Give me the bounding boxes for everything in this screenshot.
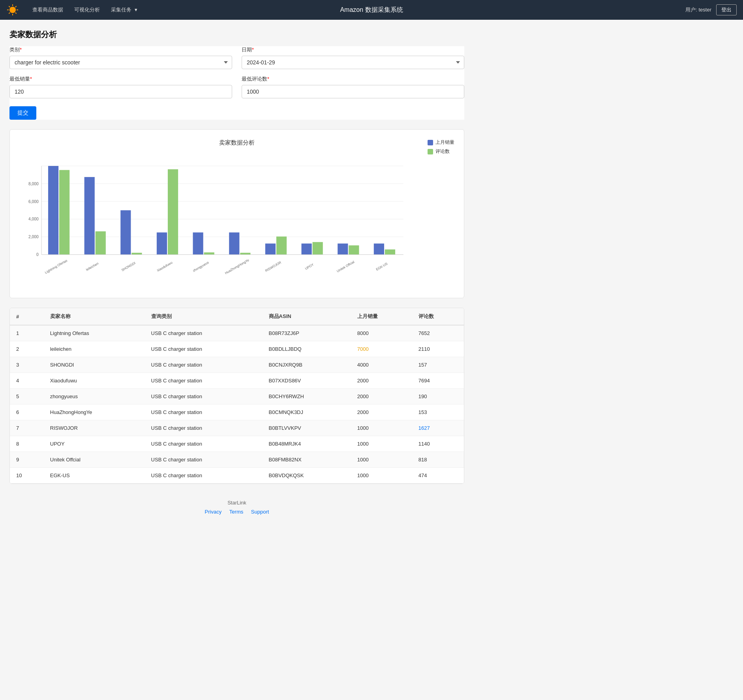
col-rank: # [10, 308, 44, 325]
table-row: 10 EGK-US USB C charger station B0BVDQKQ… [10, 468, 464, 484]
cell-rank: 5 [10, 389, 44, 405]
chart-section: 卖家数据分析 上月销量 评论数 0 2,0 [9, 129, 464, 298]
nav-collect-task[interactable]: 采集任务 ▾ [107, 4, 141, 16]
svg-text:6,000: 6,000 [28, 199, 39, 204]
cell-reviews: 157 [412, 357, 464, 373]
svg-text:EGK-US: EGK-US [375, 262, 388, 271]
category-select[interactable]: charger for electric scooter [9, 56, 232, 69]
cell-seller: EGK-US [44, 468, 145, 484]
logout-button[interactable]: 登出 [716, 4, 737, 15]
cell-reviews: 190 [412, 389, 464, 405]
cell-seller: UPOY [44, 436, 145, 452]
date-group: 日期* 2024-01-29 [242, 46, 464, 69]
bar-4-reviews [204, 252, 214, 255]
bar-2-reviews [131, 253, 142, 255]
nav-view-data[interactable]: 查看商品数据 [28, 4, 67, 16]
cell-rank: 10 [10, 468, 44, 484]
svg-text:zhongyueus: zhongyueus [192, 260, 209, 273]
cell-reviews: 7652 [412, 325, 464, 341]
footer-support-link[interactable]: Support [251, 509, 269, 515]
filter-form: 类别* charger for electric scooter 日期* 202… [9, 46, 464, 120]
cell-category: USB C charger station [145, 420, 263, 436]
data-table: # 卖家名称 查询类别 商品ASIN 上月销量 评论数 1 Lightning … [9, 308, 464, 484]
cell-rank: 1 [10, 325, 44, 341]
cell-reviews: 2110 [412, 341, 464, 357]
cell-sales: 2000 [351, 389, 412, 405]
svg-line-6 [15, 13, 17, 14]
col-asin: 商品ASIN [263, 308, 351, 325]
legend-sales-color [428, 140, 433, 145]
cell-seller: zhongyueus [44, 389, 145, 405]
cell-sales: 1000 [351, 452, 412, 468]
cell-rank: 2 [10, 341, 44, 357]
bar-2-sales [120, 210, 131, 254]
table-row: 5 zhongyueus USB C charger station B0CHY… [10, 389, 464, 405]
legend-reviews: 评论数 [428, 148, 454, 155]
footer-links: Privacy Terms Support [9, 509, 464, 515]
cell-reviews: 474 [412, 468, 464, 484]
bar-1-sales [84, 177, 95, 254]
min-sales-input[interactable] [9, 85, 232, 98]
svg-text:RISWOJOR: RISWOJOR [265, 260, 282, 273]
cell-seller: Unitek Offcial [44, 452, 145, 468]
cell-asin: B08R73ZJ6P [263, 325, 351, 341]
cell-rank: 9 [10, 452, 44, 468]
svg-text:HuaZhongHongYe: HuaZhongHongYe [224, 258, 250, 275]
page-title: 卖家数据分析 [9, 29, 464, 40]
cell-reviews: 153 [412, 405, 464, 420]
bar-9-reviews [385, 249, 395, 254]
cell-sales: 2000 [351, 373, 412, 389]
cell-category: USB C charger station [145, 405, 263, 420]
min-sales-group: 最低销量* [9, 75, 232, 98]
bar-1-reviews [96, 231, 106, 255]
min-reviews-input[interactable] [242, 85, 464, 98]
user-info: 用户: tester [685, 6, 711, 13]
cell-reviews: 1627 [412, 420, 464, 436]
cell-rank: 7 [10, 420, 44, 436]
cell-asin: B0CMNQK3DJ [263, 405, 351, 420]
main-content: 卖家数据分析 类别* charger for electric scooter … [0, 20, 474, 532]
svg-text:4,000: 4,000 [28, 217, 39, 221]
date-select[interactable]: 2024-01-29 [242, 56, 464, 69]
legend-reviews-color [428, 149, 433, 154]
cell-sales: 4000 [351, 357, 412, 373]
svg-point-0 [9, 7, 16, 13]
bar-8-reviews [349, 245, 359, 254]
category-label: 类别* [9, 46, 232, 53]
table-row: 8 UPOY USB C charger station B0B48MRJK4 … [10, 436, 464, 452]
svg-text:leileichen: leileichen [85, 261, 99, 271]
cell-category: USB C charger station [145, 436, 263, 452]
submit-button[interactable]: 提交 [9, 106, 36, 120]
cell-reviews: 1140 [412, 436, 464, 452]
cell-sales: 1000 [351, 436, 412, 452]
bar-7-sales [302, 243, 312, 254]
cell-seller: SHONGDI [44, 357, 145, 373]
bar-9-sales [374, 243, 384, 254]
nav-visual-analysis[interactable]: 可视化分析 [70, 4, 104, 16]
min-reviews-label: 最低评论数* [242, 75, 464, 83]
svg-line-8 [9, 13, 10, 14]
cell-category: USB C charger station [145, 341, 263, 357]
navbar: 查看商品数据 可视化分析 采集任务 ▾ Amazon 数据采集系统 用户: te… [0, 0, 743, 20]
cell-seller: leileichen [44, 341, 145, 357]
cell-sales: 8000 [351, 325, 412, 341]
legend-sales: 上月销量 [428, 139, 454, 146]
footer-brand: StarLink [9, 500, 464, 506]
footer-terms-link[interactable]: Terms [229, 509, 243, 515]
table-row: 4 Xiaodufuwu USB C charger station B07XX… [10, 373, 464, 389]
svg-line-5 [9, 6, 10, 7]
bar-0-sales [48, 166, 58, 254]
table-row: 9 Unitek Offcial USB C charger station B… [10, 452, 464, 468]
svg-text:0: 0 [36, 252, 39, 257]
bar-3-sales [157, 232, 167, 254]
col-seller: 卖家名称 [44, 308, 145, 325]
cell-asin: B0CHY6RWZH [263, 389, 351, 405]
footer-privacy-link[interactable]: Privacy [205, 509, 222, 515]
bar-5-reviews [240, 253, 250, 255]
cell-category: USB C charger station [145, 373, 263, 389]
bar-5-sales [229, 232, 239, 254]
cell-asin: B0BVDQKQSK [263, 468, 351, 484]
bar-0-reviews [59, 170, 69, 254]
cell-sales: 1000 [351, 420, 412, 436]
col-sales: 上月销量 [351, 308, 412, 325]
